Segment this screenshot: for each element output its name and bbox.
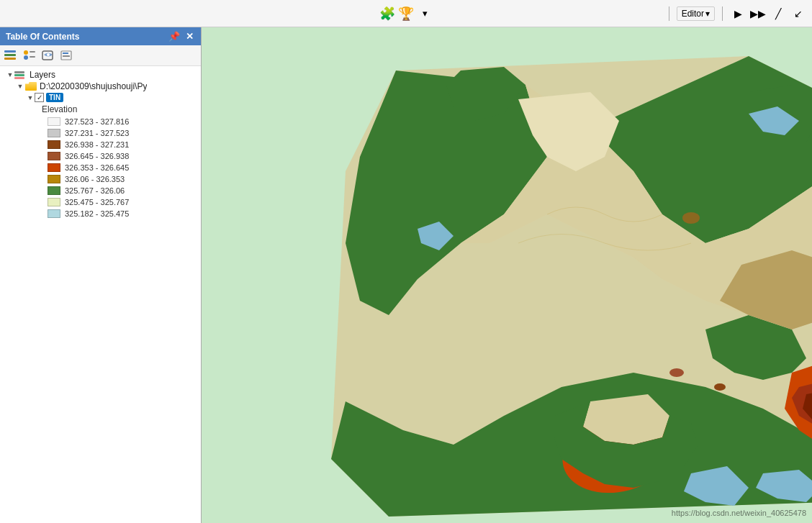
toolbar-dropdown-arrow[interactable]: ▾: [417, 6, 433, 22]
toolbar-separator-2: [722, 6, 723, 21]
svg-point-8: [47, 53, 50, 56]
toc-tool-list-by-source[interactable]: [22, 47, 37, 63]
toc-header: Table Of Contents 📌 ✕: [0, 27, 201, 45]
toolbar-right: Editor ▾ ▶ ▶▶ ╱ ↙: [666, 6, 806, 22]
legend-row-2: 326.938 - 327.231: [0, 139, 201, 150]
legend-row-6: 325.767 - 326.06: [0, 185, 201, 196]
map-watermark: https://blog.csdn.net/weixin_40625478: [672, 509, 806, 517]
toc-panel: Table Of Contents 📌 ✕: [0, 27, 202, 523]
editor-dropdown-arrow: ▾: [705, 9, 710, 19]
editor-label: Editor: [682, 9, 704, 19]
legend-swatch-8: [48, 209, 60, 218]
toc-tool-list-by-visibility[interactable]: [40, 47, 56, 63]
toolbar-edit-icon-3[interactable]: ╱: [770, 6, 786, 22]
legend-row-3: 326.645 - 326.938: [0, 150, 201, 162]
toc-content: ▼ Layers ▼ D:\20200309\shujushouji\Py: [0, 66, 201, 523]
toc-tool-list-by-selection[interactable]: [59, 47, 75, 63]
toc-header-icons: 📌 ✕: [167, 30, 195, 42]
legend-label-8: 325.182 - 325.475: [65, 209, 129, 218]
map-svg: [202, 27, 812, 523]
folder-icon-wrapper: [24, 81, 37, 91]
legend-list: 327.523 - 327.816 327.231 - 327.523 326.…: [0, 116, 201, 219]
svg-point-32: [682, 212, 700, 224]
toolbar-icon-2[interactable]: 🏆: [398, 6, 414, 22]
legend-row-5: 326.06 - 326.353: [0, 173, 201, 185]
svg-point-3: [24, 50, 28, 55]
toc-title: Table Of Contents: [6, 32, 79, 42]
toolbar-edit-icon-1[interactable]: ▶: [730, 6, 746, 22]
map-canvas: https://blog.csdn.net/weixin_40625478: [202, 27, 812, 523]
legend-label-4: 326.353 - 326.645: [65, 163, 129, 172]
map-area[interactable]: https://blog.csdn.net/weixin_40625478: [202, 27, 812, 523]
legend-label-0: 327.523 - 327.816: [65, 117, 129, 126]
legend-swatch-7: [48, 198, 60, 206]
toolbar-icon-1[interactable]: 🧩: [379, 6, 395, 22]
toc-pin-icon[interactable]: 📌: [167, 30, 181, 42]
legend-label-3: 326.645 - 326.938: [65, 152, 129, 160]
folder-item[interactable]: ▼ D:\20200309\shujushouji\Py: [0, 81, 201, 92]
layers-group-icon: [14, 70, 27, 80]
svg-rect-5: [30, 51, 35, 53]
svg-rect-10: [63, 53, 68, 54]
toc-close-icon[interactable]: ✕: [184, 30, 195, 42]
toolbar-edit-icon-2[interactable]: ▶▶: [750, 6, 766, 22]
svg-rect-11: [63, 55, 70, 57]
layers-label: Layers: [30, 70, 55, 80]
toc-toolbar: [0, 45, 201, 66]
svg-rect-1: [4, 54, 16, 56]
layers-group-item[interactable]: ▼ Layers: [0, 69, 201, 81]
legend-label-2: 326.938 - 327.231: [65, 140, 129, 149]
svg-point-34: [714, 383, 726, 391]
main-layout: Table Of Contents 📌 ✕: [0, 27, 812, 523]
svg-rect-2: [4, 58, 16, 60]
legend-swatch-3: [48, 152, 60, 160]
svg-point-4: [24, 55, 28, 60]
toolbar-separator-1: [669, 6, 669, 21]
legend-swatch-6: [48, 186, 60, 195]
legend-swatch-2: [48, 140, 60, 149]
svg-rect-6: [30, 56, 35, 58]
legend-row-1: 327.231 - 327.523: [0, 127, 201, 139]
layers-expand-arrow[interactable]: ▼: [6, 71, 14, 79]
toc-header-left: Table Of Contents: [6, 32, 79, 42]
editor-button[interactable]: Editor ▾: [677, 6, 715, 21]
legend-swatch-0: [48, 117, 60, 126]
tin-badge: TIN: [46, 93, 63, 102]
toolbar: 🧩 🏆 ▾ Editor ▾ ▶ ▶▶ ╱ ↙: [0, 0, 812, 27]
legend-row-0: 327.523 - 327.816: [0, 116, 201, 127]
legend-swatch-1: [48, 129, 60, 137]
elevation-label: Elevation: [0, 103, 201, 116]
legend-label-7: 325.475 - 325.767: [65, 198, 129, 206]
legend-label-6: 325.767 - 326.06: [65, 186, 125, 195]
tin-item[interactable]: ▼ TIN: [0, 92, 201, 103]
legend-row-4: 326.353 - 326.645: [0, 162, 201, 173]
folder-expand-arrow[interactable]: ▼: [16, 82, 24, 91]
legend-row-8: 325.182 - 325.475: [0, 208, 201, 219]
folder-path-label: D:\20200309\shujushouji\Py: [40, 81, 147, 91]
toolbar-edit-icon-4[interactable]: ↙: [790, 6, 806, 22]
legend-label-5: 326.06 - 326.353: [65, 175, 125, 183]
toc-tool-list-by-drawing[interactable]: [3, 47, 19, 63]
legend-swatch-5: [48, 175, 60, 183]
tin-expand-arrow[interactable]: ▼: [26, 94, 35, 102]
tin-checkbox[interactable]: [35, 93, 44, 102]
legend-swatch-4: [48, 163, 60, 172]
svg-rect-0: [4, 50, 16, 53]
toolbar-center-icons: 🧩 🏆 ▾: [379, 6, 433, 22]
legend-row-7: 325.475 - 325.767: [0, 196, 201, 208]
svg-point-33: [669, 368, 684, 377]
legend-label-1: 327.231 - 327.523: [65, 129, 129, 137]
